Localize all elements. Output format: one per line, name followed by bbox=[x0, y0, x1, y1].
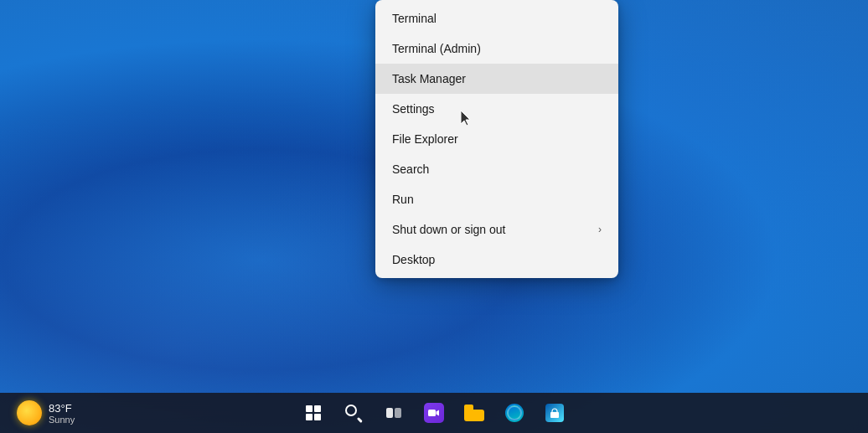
menu-item-settings[interactable]: Settings bbox=[375, 94, 618, 124]
files-button[interactable] bbox=[456, 394, 493, 431]
files-icon bbox=[464, 405, 484, 421]
taskbar-search-button[interactable] bbox=[335, 394, 372, 431]
chevron-right-icon: › bbox=[598, 224, 602, 235]
taskbar-center bbox=[295, 394, 573, 431]
search-icon bbox=[345, 405, 362, 421]
edge-button[interactable] bbox=[496, 394, 533, 431]
desktop: Terminal Terminal (Admin) Task Manager S… bbox=[0, 0, 868, 433]
menu-item-terminal-admin[interactable]: Terminal (Admin) bbox=[375, 34, 618, 64]
start-button[interactable] bbox=[295, 394, 332, 431]
menu-item-desktop-label: Desktop bbox=[392, 253, 435, 266]
svg-rect-1 bbox=[550, 412, 559, 418]
menu-item-settings-label: Settings bbox=[392, 102, 435, 116]
menu-item-shutdown-label: Shut down or sign out bbox=[392, 223, 505, 236]
taskbar: 83°F Sunny bbox=[0, 393, 868, 433]
menu-item-desktop[interactable]: Desktop bbox=[375, 245, 618, 275]
edge-icon bbox=[505, 404, 524, 422]
weather-text: 83°F Sunny bbox=[49, 402, 75, 425]
menu-item-task-manager-label: Task Manager bbox=[392, 72, 466, 85]
task-view-button[interactable] bbox=[375, 394, 412, 431]
zoom-icon bbox=[424, 403, 444, 423]
weather-temperature: 83°F bbox=[49, 402, 75, 415]
menu-item-run[interactable]: Run bbox=[375, 184, 618, 214]
menu-item-task-manager[interactable]: Task Manager bbox=[375, 64, 618, 94]
context-menu: Terminal Terminal (Admin) Task Manager S… bbox=[375, 0, 618, 278]
weather-icon bbox=[17, 400, 42, 425]
menu-item-terminal-label: Terminal bbox=[392, 12, 437, 25]
menu-item-shutdown[interactable]: Shut down or sign out › bbox=[375, 214, 618, 245]
menu-item-search-label: Search bbox=[392, 162, 429, 176]
svg-rect-0 bbox=[428, 410, 436, 416]
menu-item-file-explorer[interactable]: File Explorer bbox=[375, 124, 618, 154]
weather-condition: Sunny bbox=[49, 415, 75, 425]
menu-item-search[interactable]: Search bbox=[375, 154, 618, 184]
menu-item-run-label: Run bbox=[392, 193, 414, 206]
menu-item-terminal[interactable]: Terminal bbox=[375, 3, 618, 34]
store-icon bbox=[545, 404, 564, 422]
menu-item-terminal-admin-label: Terminal (Admin) bbox=[392, 42, 481, 55]
weather-widget[interactable]: 83°F Sunny bbox=[8, 397, 83, 429]
windows-logo-icon bbox=[306, 405, 321, 420]
task-view-icon bbox=[386, 408, 401, 418]
store-button[interactable] bbox=[536, 394, 573, 431]
menu-item-file-explorer-label: File Explorer bbox=[392, 132, 458, 146]
zoom-button[interactable] bbox=[416, 394, 452, 431]
